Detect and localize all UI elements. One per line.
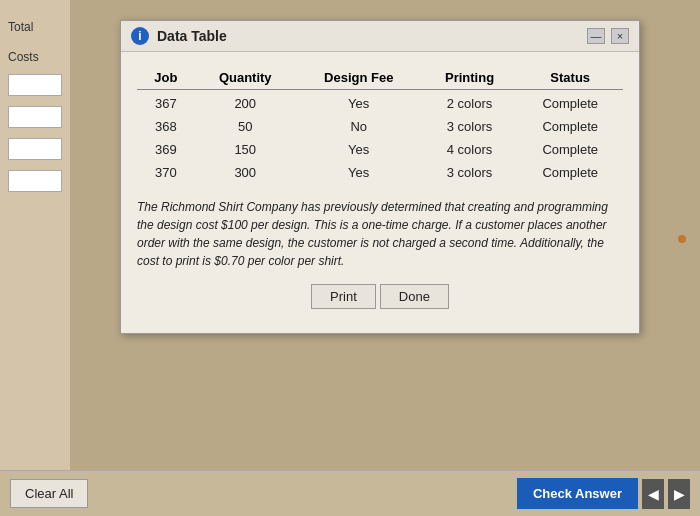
prev-arrow-button[interactable]: ◀: [642, 479, 664, 509]
left-sidebar: Total Costs: [0, 0, 70, 470]
cell-printing: 3 colors: [422, 115, 518, 138]
cell-status: Complete: [517, 161, 623, 184]
clear-all-button[interactable]: Clear All: [10, 479, 88, 508]
dialog-titlebar: i Data Table — ×: [121, 21, 639, 52]
table-header-row: Job Quantity Design Fee Printing Status: [137, 66, 623, 90]
dialog-body: Job Quantity Design Fee Printing Status …: [121, 52, 639, 333]
costs-label: Costs: [8, 50, 62, 64]
print-button[interactable]: Print: [311, 284, 376, 309]
table-row: 370300Yes3 colorsComplete: [137, 161, 623, 184]
data-table-dialog: i Data Table — × Job Quantity Design Fee: [120, 20, 640, 334]
data-table: Job Quantity Design Fee Printing Status …: [137, 66, 623, 184]
cell-quantity: 150: [195, 138, 296, 161]
content-area: i Data Table — × Job Quantity Design Fee: [70, 0, 700, 470]
table-row: 36850No3 colorsComplete: [137, 115, 623, 138]
cell-status: Complete: [517, 138, 623, 161]
cell-job: 369: [137, 138, 195, 161]
col-job: Job: [137, 66, 195, 90]
table-row: 369150Yes4 colorsComplete: [137, 138, 623, 161]
total-label: Total: [8, 20, 62, 34]
cell-job: 368: [137, 115, 195, 138]
cell-status: Complete: [517, 115, 623, 138]
cell-design_fee: Yes: [296, 90, 422, 116]
col-quantity: Quantity: [195, 66, 296, 90]
done-button[interactable]: Done: [380, 284, 449, 309]
cell-design_fee: Yes: [296, 138, 422, 161]
sidebar-input-3[interactable]: [8, 138, 62, 160]
cell-quantity: 300: [195, 161, 296, 184]
next-arrow-button[interactable]: ▶: [668, 479, 690, 509]
cell-printing: 2 colors: [422, 90, 518, 116]
right-controls: Check Answer ◀ ▶: [517, 478, 690, 509]
cell-job: 367: [137, 90, 195, 116]
sidebar-input-2[interactable]: [8, 106, 62, 128]
description-text: The Richmond Shirt Company has previousl…: [137, 198, 623, 270]
check-answer-button[interactable]: Check Answer: [517, 478, 638, 509]
minimize-button[interactable]: —: [587, 28, 605, 44]
table-body: 367200Yes2 colorsComplete36850No3 colors…: [137, 90, 623, 185]
cell-quantity: 200: [195, 90, 296, 116]
cell-printing: 3 colors: [422, 161, 518, 184]
cell-job: 370: [137, 161, 195, 184]
info-icon: i: [131, 27, 149, 45]
bottom-bar: Clear All Check Answer ◀ ▶: [0, 470, 700, 516]
table-row: 367200Yes2 colorsComplete: [137, 90, 623, 116]
dialog-footer: Print Done: [137, 284, 623, 319]
sidebar-input-4[interactable]: [8, 170, 62, 192]
cell-design_fee: Yes: [296, 161, 422, 184]
cell-status: Complete: [517, 90, 623, 116]
sidebar-input-1[interactable]: [8, 74, 62, 96]
dialog-controls: — ×: [587, 28, 629, 44]
description-content: The Richmond Shirt Company has previousl…: [137, 200, 608, 268]
cell-quantity: 50: [195, 115, 296, 138]
dot-indicator: [678, 235, 686, 243]
close-button[interactable]: ×: [611, 28, 629, 44]
col-design-fee: Design Fee: [296, 66, 422, 90]
dialog-title: Data Table: [157, 28, 579, 44]
cell-printing: 4 colors: [422, 138, 518, 161]
main-area: Total Costs i Data Table — ×: [0, 0, 700, 470]
cell-design_fee: No: [296, 115, 422, 138]
col-status: Status: [517, 66, 623, 90]
col-printing: Printing: [422, 66, 518, 90]
